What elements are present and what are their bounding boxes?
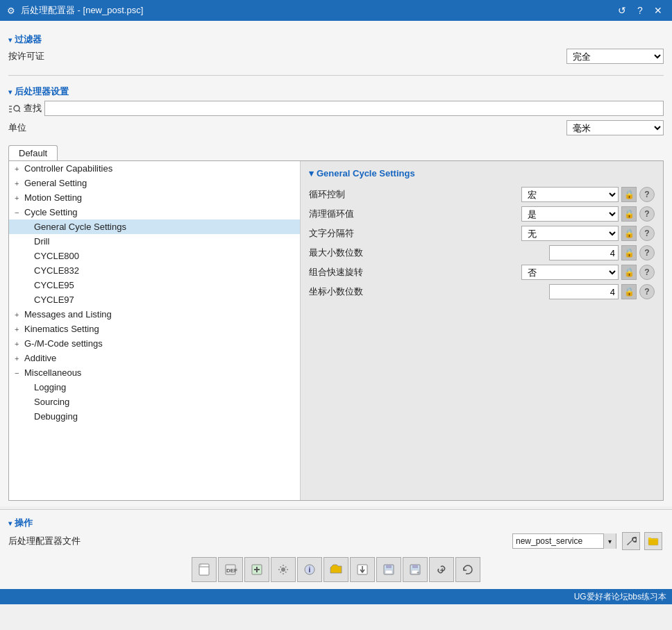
search-row: 查找: [8, 101, 664, 116]
postprocessor-arrow-icon: ▾: [8, 88, 12, 96]
setting-row: 坐标小数位数🔒?: [309, 284, 655, 299]
setting-input[interactable]: [549, 245, 619, 260]
tree-item[interactable]: −Miscellaneous: [9, 365, 300, 380]
tree-item[interactable]: Sourcing: [9, 395, 300, 409]
ops-file-dropdown[interactable]: new_post_service ▾: [512, 533, 616, 549]
toolbar-btn-1[interactable]: ≡: [192, 557, 217, 582]
lock-button[interactable]: 🔒: [621, 206, 637, 222]
lock-button[interactable]: 🔒: [621, 245, 637, 260]
tree-item[interactable]: Logging: [9, 380, 300, 395]
filter-section-header[interactable]: ▾ 过滤器: [8, 33, 664, 46]
unit-label: 单位: [8, 122, 50, 134]
filter-section: ▾ 过滤器 按许可证 完全 基本 高级: [8, 26, 664, 72]
toolbar-btn-open[interactable]: [324, 557, 348, 582]
tree-item[interactable]: +Messages and Listing: [9, 307, 300, 322]
tree-item[interactable]: CYCLE832: [9, 263, 300, 278]
tree-item-label: General Setting: [24, 178, 297, 188]
permit-label: 按许可证: [8, 50, 64, 63]
tree-item[interactable]: Debugging: [9, 409, 300, 424]
setting-label: 文字分隔符: [309, 227, 392, 240]
tree-item[interactable]: +Motion Setting: [9, 190, 300, 205]
setting-label: 清理循环值: [309, 208, 392, 220]
tree-item-label: CYCLE97: [34, 295, 297, 305]
lock-button[interactable]: 🔒: [621, 187, 637, 202]
setting-controls: 🔒?: [549, 245, 655, 260]
toolbar-btn-undo[interactable]: [455, 557, 480, 582]
ops-folder-button[interactable]: [644, 532, 662, 550]
ops-file-text: new_post_service: [513, 536, 603, 546]
close-button[interactable]: ✕: [650, 3, 666, 18]
filter-arrow-icon: ▾: [8, 36, 12, 44]
toolbar-btn-save[interactable]: [376, 557, 401, 582]
setting-controls: 否是🔒?: [521, 265, 655, 280]
operations-header[interactable]: ▾ 操作: [8, 517, 664, 529]
tree-item[interactable]: CYCLE95: [9, 278, 300, 292]
expand-icon: +: [15, 325, 24, 333]
tree-item[interactable]: CYCLE800: [9, 249, 300, 263]
setting-input[interactable]: [549, 284, 619, 299]
help-button[interactable]: ?: [639, 226, 655, 241]
toolbar-btn-link[interactable]: [429, 557, 454, 582]
refresh-button[interactable]: ↺: [614, 3, 630, 18]
search-input[interactable]: [44, 101, 664, 116]
setting-label: 坐标小数位数: [309, 285, 392, 298]
toolbar-btn-def[interactable]: DEF: [218, 557, 243, 582]
help-button[interactable]: ?: [639, 187, 655, 202]
tree-item-label: Logging: [34, 382, 297, 392]
settings-panel: ▾ General Cycle Settings 循环控制宏子程序🔒?清理循环值…: [301, 161, 663, 500]
postprocessor-section-header[interactable]: ▾ 后处理器设置: [8, 85, 664, 98]
tree-item[interactable]: +G-/M-Code settings: [9, 336, 300, 351]
tree-item-label: Debugging: [34, 411, 297, 422]
expand-icon: +: [15, 354, 24, 363]
help-button[interactable]: ?: [632, 3, 648, 18]
ops-file-arrow-icon[interactable]: ▾: [603, 533, 616, 549]
svg-rect-23: [412, 565, 418, 568]
permit-select[interactable]: 完全 基本 高级: [566, 49, 664, 64]
setting-select[interactable]: 是否: [521, 206, 619, 222]
tree-item[interactable]: Drill: [9, 234, 300, 249]
svg-text:i: i: [309, 566, 311, 574]
setting-select[interactable]: 宏子程序: [521, 187, 619, 202]
tree-item[interactable]: +Kinematics Setting: [9, 322, 300, 336]
toolbar: ≡ DEF i: [8, 553, 664, 586]
setting-row: 文字分隔符无逗号🔒?: [309, 226, 655, 241]
toolbar-btn-info[interactable]: i: [297, 557, 322, 582]
help-button[interactable]: ?: [639, 265, 655, 280]
tab-default[interactable]: Default: [8, 145, 58, 160]
filter-section-title: 过滤器: [15, 33, 42, 46]
setting-controls: 宏子程序🔒?: [521, 187, 655, 202]
toolbar-btn-saveas[interactable]: +: [403, 557, 428, 582]
tree-item[interactable]: General Cycle Settings: [9, 219, 300, 234]
tab-bar: Default: [8, 145, 664, 160]
lock-button[interactable]: 🔒: [621, 226, 637, 241]
tree-item-label: General Cycle Settings: [34, 222, 297, 232]
svg-rect-2: [9, 111, 12, 113]
tree-item[interactable]: +Additive: [9, 351, 300, 365]
svg-rect-21: [385, 570, 392, 574]
unit-select[interactable]: 毫米 英寸: [566, 120, 664, 135]
lock-button[interactable]: 🔒: [621, 284, 637, 299]
expand-icon: +: [15, 179, 24, 188]
help-button[interactable]: ?: [639, 284, 655, 299]
unit-row: 单位 毫米 英寸: [8, 120, 664, 135]
ops-wrench-button[interactable]: [622, 532, 640, 550]
toolbar-btn-export[interactable]: [350, 557, 375, 582]
setting-select[interactable]: 无逗号: [521, 226, 619, 241]
tree-item[interactable]: CYCLE97: [9, 292, 300, 307]
lock-button[interactable]: 🔒: [621, 265, 637, 280]
tree-item-label: CYCLE800: [34, 251, 297, 261]
tree-item[interactable]: +General Setting: [9, 176, 300, 190]
expand-icon: −: [15, 369, 24, 377]
tree-item[interactable]: +Controller Capabilities: [9, 161, 300, 176]
tree-item-label: CYCLE832: [34, 265, 297, 276]
filter-permit-row: 按许可证 完全 基本 高级: [8, 49, 664, 64]
help-button[interactable]: ?: [639, 206, 655, 222]
toolbar-btn-settings[interactable]: [271, 557, 296, 582]
tree-item[interactable]: −Cycle Setting: [9, 205, 300, 219]
help-button[interactable]: ?: [639, 245, 655, 260]
tree-item-label: Drill: [34, 236, 297, 247]
toolbar-btn-add[interactable]: [244, 557, 269, 582]
setting-select[interactable]: 否是: [521, 265, 619, 280]
setting-label: 组合快速旋转: [309, 266, 392, 279]
operations-arrow-icon: ▾: [8, 520, 12, 527]
